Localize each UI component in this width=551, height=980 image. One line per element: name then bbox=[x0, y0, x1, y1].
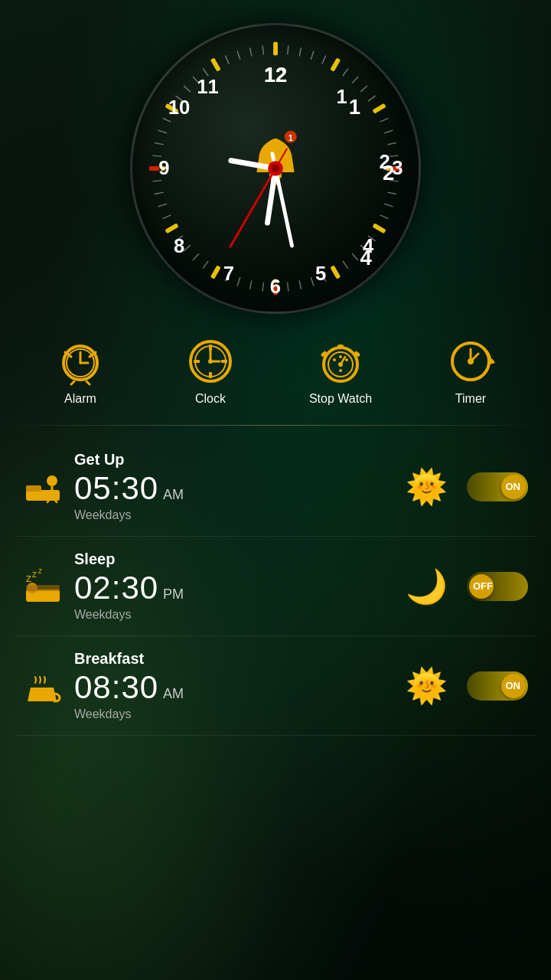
alarm-item-sleep[interactable]: z z z Sleep 02:30 PM Weekdays 🌙 OFF bbox=[15, 537, 536, 636]
svg-line-50 bbox=[152, 181, 161, 181]
svg-line-40 bbox=[249, 280, 251, 289]
svg-rect-1 bbox=[330, 57, 341, 71]
svg-line-62 bbox=[262, 45, 263, 54]
tab-timer[interactable]: Timer bbox=[406, 337, 536, 406]
toggle-sleep[interactable]: OFF bbox=[467, 572, 528, 601]
timer-icon bbox=[446, 337, 495, 386]
svg-rect-106 bbox=[221, 360, 227, 363]
toggle-switch-sleep[interactable]: OFF bbox=[467, 572, 528, 601]
svg-point-118 bbox=[333, 358, 336, 361]
svg-rect-104 bbox=[209, 372, 212, 378]
svg-rect-14 bbox=[210, 57, 221, 71]
alarm-days-breakfast: Weekdays bbox=[74, 707, 394, 721]
svg-line-19 bbox=[343, 68, 348, 76]
tab-stopwatch[interactable]: Stop Watch bbox=[276, 337, 406, 406]
toggle-breakfast[interactable]: ON bbox=[467, 671, 528, 701]
stopwatch-icon bbox=[316, 337, 365, 386]
alarm-emoji-breakfast: 🌞 bbox=[406, 666, 448, 706]
clock-icon bbox=[186, 337, 235, 386]
alarm-days-getup: Weekdays bbox=[74, 508, 394, 522]
svg-text:12: 12 bbox=[265, 64, 286, 86]
svg-line-36 bbox=[311, 277, 314, 286]
alarm-info-getup: Get Up 05:30 AM Weekdays bbox=[74, 451, 394, 522]
svg-rect-10 bbox=[165, 223, 178, 234]
svg-line-52 bbox=[155, 142, 164, 144]
alarm-time-row-getup: 05:30 AM bbox=[74, 470, 394, 507]
alarm-time-breakfast: 08:30 bbox=[74, 669, 158, 706]
svg-text:11: 11 bbox=[197, 76, 218, 97]
svg-text:9: 9 bbox=[158, 157, 169, 178]
tab-timer-label: Timer bbox=[455, 392, 486, 406]
svg-point-109 bbox=[208, 359, 213, 364]
toggle-getup[interactable]: ON bbox=[467, 472, 528, 501]
alarm-info-sleep: Sleep 02:30 PM Weekdays bbox=[74, 550, 394, 622]
alarm-ampm-sleep: PM bbox=[163, 586, 184, 603]
svg-line-37 bbox=[299, 280, 301, 289]
svg-text:10: 10 bbox=[168, 96, 190, 118]
svg-line-44 bbox=[193, 253, 199, 260]
alarm-ampm-breakfast: AM bbox=[163, 686, 184, 702]
svg-line-21 bbox=[360, 86, 367, 92]
tab-clock[interactable]: Clock bbox=[145, 337, 276, 406]
alarm-emoji-sleep: 🌙 bbox=[406, 567, 448, 606]
tab-alarm[interactable]: Alarm bbox=[15, 337, 145, 406]
alarm-breakfast-icon bbox=[23, 666, 63, 706]
alarm-getup-icon bbox=[23, 467, 63, 507]
svg-text:z: z bbox=[38, 567, 42, 575]
alarm-ampm-getup: AM bbox=[163, 487, 184, 503]
svg-text:7: 7 bbox=[223, 263, 234, 284]
toggle-label-sleep: OFF bbox=[473, 580, 493, 592]
svg-rect-112 bbox=[337, 345, 344, 349]
alarm-item-getup[interactable]: Get Up 05:30 AM Weekdays 🌞 ON bbox=[15, 437, 536, 537]
svg-line-99 bbox=[71, 381, 74, 384]
alarm-time-sleep: 02:30 bbox=[74, 570, 158, 606]
svg-line-38 bbox=[288, 283, 289, 292]
svg-line-20 bbox=[352, 77, 358, 83]
svg-text:4: 4 bbox=[363, 235, 374, 256]
svg-point-128 bbox=[47, 475, 57, 486]
svg-line-43 bbox=[203, 261, 208, 269]
toggle-switch-getup[interactable]: ON bbox=[467, 472, 528, 501]
svg-rect-0 bbox=[273, 42, 278, 56]
toggle-label-breakfast: ON bbox=[506, 680, 521, 691]
svg-line-61 bbox=[249, 47, 251, 57]
alarm-time-getup: 05:30 bbox=[74, 470, 158, 507]
svg-line-18 bbox=[322, 56, 326, 64]
alarm-emoji-getup: 🌞 bbox=[406, 467, 448, 507]
svg-rect-127 bbox=[26, 485, 41, 492]
svg-line-30 bbox=[380, 215, 389, 219]
svg-line-23 bbox=[380, 118, 389, 122]
svg-line-34 bbox=[343, 261, 348, 269]
alarm-item-breakfast[interactable]: Breakfast 08:30 AM Weekdays 🌞 ON bbox=[15, 636, 536, 736]
svg-line-29 bbox=[384, 204, 393, 207]
svg-point-116 bbox=[345, 358, 348, 361]
alarm-days-sleep: Weekdays bbox=[74, 608, 394, 622]
svg-line-33 bbox=[352, 253, 358, 260]
svg-rect-9 bbox=[210, 265, 221, 279]
alarm-name-breakfast: Breakfast bbox=[74, 650, 394, 668]
svg-rect-138 bbox=[26, 585, 60, 591]
svg-line-45 bbox=[184, 245, 191, 251]
alarm-time-row-breakfast: 08:30 AM bbox=[74, 669, 394, 706]
svg-line-48 bbox=[158, 204, 166, 207]
svg-rect-2 bbox=[372, 103, 386, 114]
alarm-name-sleep: Sleep bbox=[74, 550, 394, 568]
svg-line-59 bbox=[225, 56, 229, 64]
alarm-list: Get Up 05:30 AM Weekdays 🌞 ON z z bbox=[0, 437, 551, 736]
toggle-switch-breakfast[interactable]: ON bbox=[467, 671, 528, 701]
section-divider bbox=[0, 425, 551, 426]
svg-point-115 bbox=[339, 355, 342, 358]
svg-line-54 bbox=[163, 118, 171, 122]
svg-line-49 bbox=[155, 192, 164, 194]
nav-tabs: Alarm Clock bbox=[0, 322, 551, 413]
svg-rect-105 bbox=[194, 360, 200, 363]
svg-line-47 bbox=[163, 215, 171, 219]
svg-point-120 bbox=[338, 362, 343, 367]
svg-line-87 bbox=[276, 168, 292, 246]
tab-clock-label: Clock bbox=[195, 392, 226, 406]
analog-clock: 12 1 2 3 3 4 12 1 2 3 4 5 6 bbox=[130, 23, 421, 314]
svg-point-117 bbox=[339, 369, 342, 372]
svg-text:1: 1 bbox=[349, 95, 360, 119]
svg-text:z: z bbox=[26, 572, 31, 584]
svg-line-53 bbox=[158, 130, 166, 133]
